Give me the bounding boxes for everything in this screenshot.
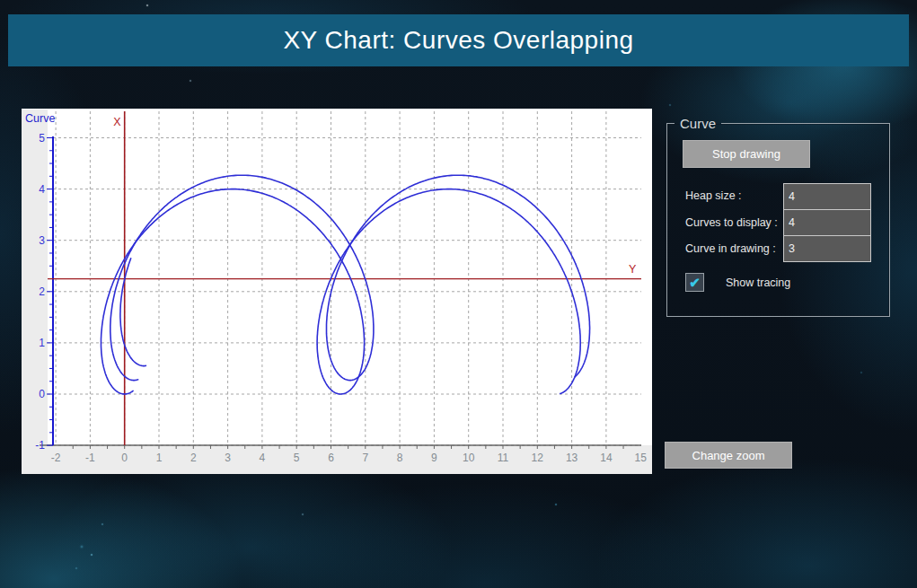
stop-drawing-button[interactable]: Stop drawing xyxy=(683,140,810,168)
svg-text:8: 8 xyxy=(397,452,403,464)
svg-text:X: X xyxy=(113,116,121,128)
svg-text:14: 14 xyxy=(600,452,613,464)
svg-text:3: 3 xyxy=(39,234,45,247)
check-icon: ✔ xyxy=(689,276,701,289)
svg-text:5: 5 xyxy=(39,132,45,145)
svg-text:1: 1 xyxy=(39,337,45,349)
curve-in-drawing-label: Curve in drawing : xyxy=(685,241,776,256)
show-tracing-checkbox[interactable]: ✔ xyxy=(685,273,704,292)
svg-text:4: 4 xyxy=(39,183,45,196)
chart-title-bar: XY Chart: Curves Overlapping xyxy=(8,14,909,66)
curve-groupbox-legend: Curve xyxy=(675,116,721,131)
x-axis: -2-10123456789101112131415 xyxy=(40,445,647,464)
svg-text:-1: -1 xyxy=(85,452,95,464)
svg-text:2: 2 xyxy=(39,285,45,298)
svg-text:-1: -1 xyxy=(35,439,45,452)
page-title: XY Chart: Curves Overlapping xyxy=(283,26,633,55)
background-star-dots xyxy=(0,0,2,2)
svg-text:6: 6 xyxy=(328,452,334,464)
svg-text:5: 5 xyxy=(294,452,300,464)
svg-text:7: 7 xyxy=(362,452,368,464)
svg-text:0: 0 xyxy=(39,388,45,400)
svg-text:-2: -2 xyxy=(51,452,61,464)
svg-text:2: 2 xyxy=(190,452,197,464)
svg-text:15: 15 xyxy=(635,452,648,464)
svg-text:0: 0 xyxy=(121,452,128,464)
svg-text:11: 11 xyxy=(498,452,509,464)
curve-axis-title: Curve xyxy=(25,112,55,125)
svg-text:3: 3 xyxy=(225,452,231,464)
svg-text:12: 12 xyxy=(532,452,544,464)
xy-chart-panel: -2-10123456789101112131415-1012345CurveX… xyxy=(22,109,652,474)
svg-text:1: 1 xyxy=(156,452,163,464)
svg-text:Curve: Curve xyxy=(25,112,55,125)
application-window: XY Chart: Curves Overlapping -2-10123456… xyxy=(0,0,917,588)
curve-in-drawing-input[interactable] xyxy=(783,235,871,262)
heap-size-input[interactable] xyxy=(783,183,871,210)
show-tracing-label: Show tracing xyxy=(726,276,790,289)
svg-text:4: 4 xyxy=(260,452,266,464)
svg-text:Y: Y xyxy=(629,263,637,276)
svg-text:13: 13 xyxy=(566,452,578,464)
curves-to-display-input[interactable] xyxy=(783,209,871,236)
heap-size-label: Heap size : xyxy=(685,189,742,203)
svg-text:10: 10 xyxy=(463,452,475,464)
change-zoom-button[interactable]: Change zoom xyxy=(665,442,792,469)
curves-to-display-label: Curves to display : xyxy=(685,215,778,230)
svg-text:9: 9 xyxy=(431,452,437,464)
xy-chart: -2-10123456789101112131415-1012345CurveX… xyxy=(22,110,652,474)
